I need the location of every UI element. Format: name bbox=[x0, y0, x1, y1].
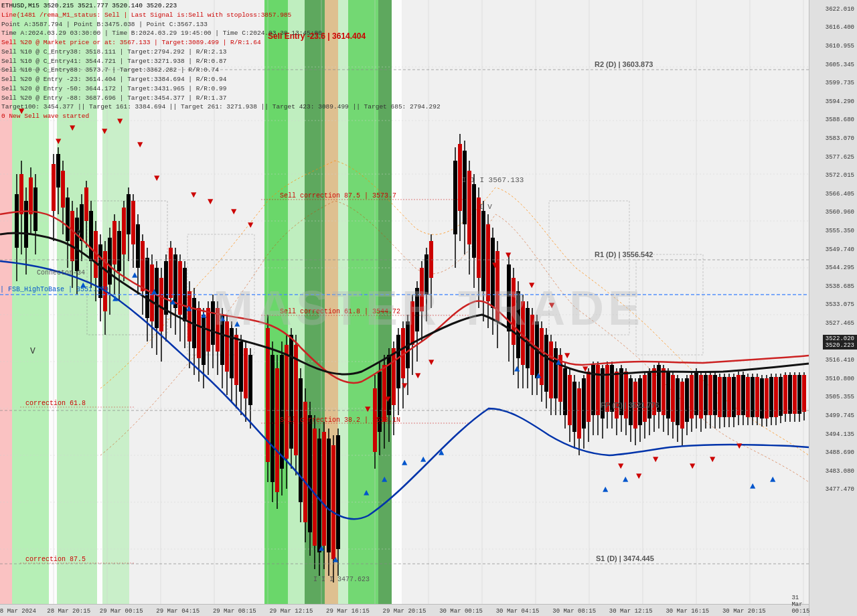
svg-rect-324 bbox=[751, 377, 755, 417]
svg-text:▲: ▲ bbox=[603, 484, 609, 495]
svg-text:I I I  3567.133: I I I 3567.133 bbox=[462, 176, 524, 184]
svg-rect-302 bbox=[699, 375, 703, 418]
svg-text:▼: ▼ bbox=[736, 441, 743, 451]
svg-rect-326 bbox=[755, 377, 759, 417]
price-label-current: 3522.0203520.223 bbox=[823, 335, 857, 350]
svg-text:▼: ▼ bbox=[582, 364, 589, 374]
svg-text:▼: ▼ bbox=[428, 357, 435, 368]
svg-rect-182 bbox=[392, 348, 396, 405]
price-label-3499: 3499.745 bbox=[826, 412, 854, 419]
svg-rect-114 bbox=[187, 291, 191, 341]
svg-rect-290 bbox=[671, 375, 675, 422]
time-label-11: 30 Mar 12:15 bbox=[609, 608, 653, 615]
svg-rect-300 bbox=[694, 372, 698, 415]
svg-text:Sell correction 38.2 | 3518.1N: Sell correction 38.2 | 3518.1N bbox=[280, 416, 400, 424]
price-label-3566: 3566.405 bbox=[826, 191, 854, 198]
svg-rect-212 bbox=[481, 211, 485, 291]
svg-rect-13 bbox=[378, 0, 392, 604]
svg-rect-140 bbox=[248, 355, 252, 405]
svg-text:I I I  3477.623: I I I 3477.623 bbox=[313, 576, 370, 583]
svg-rect-334 bbox=[774, 377, 778, 417]
svg-text:▼: ▼ bbox=[248, 220, 254, 230]
svg-text:▲: ▲ bbox=[170, 297, 176, 307]
svg-rect-134 bbox=[234, 335, 238, 385]
svg-rect-64 bbox=[70, 211, 74, 261]
price-label-3505: 3505.355 bbox=[826, 394, 854, 400]
price-scale: 3622.010 3616.400 3610.955 3605.345 3599… bbox=[809, 0, 857, 616]
price-label-3599: 3599.735 bbox=[826, 80, 854, 86]
svg-rect-288 bbox=[666, 372, 670, 418]
time-label-7: 29 Mar 20:15 bbox=[383, 608, 426, 615]
svg-rect-66 bbox=[75, 218, 79, 271]
svg-rect-86 bbox=[122, 208, 126, 254]
svg-text:▲: ▲ bbox=[112, 293, 119, 304]
price-label-3560: 3560.960 bbox=[826, 209, 854, 216]
svg-rect-56 bbox=[52, 164, 56, 211]
svg-rect-254 bbox=[587, 372, 591, 422]
svg-rect-252 bbox=[582, 378, 586, 429]
price-label-3616: 3616.400 bbox=[826, 24, 854, 31]
svg-text:correction 61.8: correction 61.8 bbox=[25, 400, 86, 407]
svg-text:▲: ▲ bbox=[132, 270, 138, 281]
price-label-3594: 3594.290 bbox=[826, 98, 854, 105]
svg-rect-90 bbox=[131, 201, 135, 244]
svg-rect-150 bbox=[285, 345, 289, 459]
svg-rect-292 bbox=[676, 378, 680, 425]
svg-rect-344 bbox=[797, 375, 801, 414]
svg-rect-216 bbox=[491, 238, 495, 308]
svg-rect-310 bbox=[718, 377, 722, 417]
svg-rect-304 bbox=[704, 375, 708, 415]
svg-rect-256 bbox=[591, 365, 595, 415]
svg-text:▼: ▼ bbox=[690, 461, 696, 471]
svg-text:▼: ▼ bbox=[415, 370, 421, 381]
price-label-3510: 3510.800 bbox=[826, 376, 854, 382]
svg-rect-52 bbox=[29, 177, 33, 214]
svg-rect-340 bbox=[788, 375, 792, 414]
svg-rect-238 bbox=[549, 341, 553, 398]
svg-rect-62 bbox=[66, 198, 70, 241]
svg-rect-164 bbox=[317, 439, 321, 552]
svg-rect-320 bbox=[741, 375, 745, 415]
time-label-6: 29 Mar 16:15 bbox=[326, 608, 370, 615]
svg-text:▲: ▲ bbox=[186, 303, 192, 314]
svg-rect-168 bbox=[327, 439, 331, 552]
svg-rect-12 bbox=[348, 0, 378, 604]
svg-rect-148 bbox=[280, 355, 284, 469]
svg-text:▼: ▼ bbox=[154, 173, 160, 183]
svg-text:correction 87.5: correction 87.5 bbox=[25, 556, 86, 563]
svg-rect-224 bbox=[516, 291, 520, 358]
svg-rect-342 bbox=[793, 375, 797, 414]
svg-rect-132 bbox=[230, 328, 234, 378]
svg-rect-152 bbox=[289, 335, 293, 449]
svg-rect-240 bbox=[554, 348, 558, 398]
svg-rect-3 bbox=[49, 0, 57, 604]
svg-text:▼: ▼ bbox=[385, 394, 391, 404]
time-scale: 28 Mar 2024 28 Mar 20:15 29 Mar 00:15 29… bbox=[0, 604, 809, 616]
svg-text:▲: ▲ bbox=[439, 447, 445, 458]
svg-text:▼: ▼ bbox=[208, 196, 214, 207]
svg-text:I V: I V bbox=[479, 203, 492, 211]
svg-rect-258 bbox=[596, 365, 600, 415]
svg-rect-46 bbox=[15, 194, 19, 248]
svg-text:R1 (D) | 3556.542: R1 (D) | 3556.542 bbox=[595, 250, 653, 258]
price-label-3610: 3610.955 bbox=[826, 43, 854, 50]
svg-text:▲: ▲ bbox=[556, 357, 562, 368]
svg-text:Connector-34: Connector-34 bbox=[37, 269, 85, 277]
svg-text:▲: ▲ bbox=[402, 457, 408, 468]
svg-rect-250 bbox=[577, 388, 581, 439]
svg-rect-278 bbox=[643, 375, 647, 422]
svg-rect-172 bbox=[336, 435, 340, 549]
price-label-3549: 3549.740 bbox=[826, 246, 854, 253]
svg-text:▼: ▼ bbox=[102, 126, 108, 137]
time-label-12: 30 Mar 16:15 bbox=[666, 608, 709, 615]
svg-rect-338 bbox=[783, 375, 787, 414]
svg-text:▼: ▼ bbox=[365, 404, 371, 414]
svg-rect-266 bbox=[615, 372, 619, 418]
svg-text:▲: ▲ bbox=[151, 287, 157, 297]
svg-rect-308 bbox=[713, 375, 717, 415]
svg-rect-190 bbox=[410, 301, 414, 345]
svg-text:Sell correction 87.5 | 3573.7: Sell correction 87.5 | 3573.7 bbox=[280, 192, 396, 200]
price-label-3533: 3533.075 bbox=[826, 301, 854, 308]
svg-rect-248 bbox=[572, 382, 576, 432]
svg-rect-84 bbox=[117, 231, 121, 271]
